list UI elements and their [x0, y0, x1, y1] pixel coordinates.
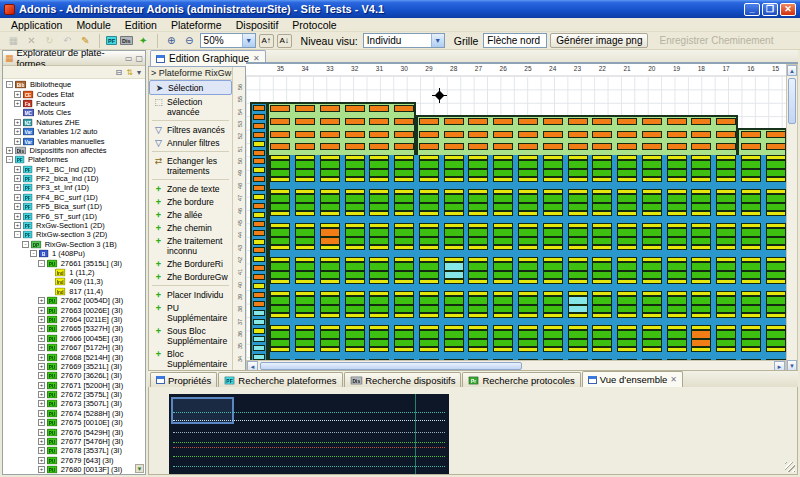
plot-cell[interactable] — [617, 177, 637, 182]
plot-cell[interactable] — [270, 228, 290, 237]
plot-cell[interactable] — [419, 237, 439, 246]
palette-item-annuler-filtres[interactable]: ▽Annuler filtres — [149, 136, 232, 149]
plot-cell[interactable] — [716, 279, 736, 284]
plot-cell[interactable] — [716, 177, 736, 182]
tree-item[interactable]: Ind409 (11,3) — [4, 277, 145, 286]
menu-item-protocole[interactable]: Protocole — [285, 18, 343, 32]
tree-item[interactable]: +PU27670 [3626L] (3I) — [4, 371, 145, 380]
plot-cell[interactable] — [568, 305, 588, 314]
plot-cell[interactable] — [691, 271, 711, 280]
plot-cell[interactable] — [716, 169, 736, 178]
plot-cell[interactable] — [691, 305, 711, 314]
plot-cell[interactable] — [369, 313, 389, 318]
plot-cell[interactable] — [642, 262, 662, 271]
plot-cell[interactable] — [741, 203, 761, 212]
plot-cell[interactable] — [320, 296, 340, 305]
menu-item-module[interactable]: Module — [69, 18, 117, 32]
plot-cell[interactable] — [444, 169, 464, 178]
plot-cell[interactable] — [592, 330, 612, 339]
plot-cell[interactable] — [394, 296, 414, 305]
plot-cell[interactable] — [642, 203, 662, 212]
panel-maximize-icon[interactable]: ▢ — [135, 54, 143, 63]
menu-item-application[interactable]: Application — [4, 18, 69, 32]
plot-cell[interactable] — [667, 271, 687, 280]
plot-cell[interactable] — [518, 245, 538, 250]
bordure-plot-cell[interactable] — [493, 143, 513, 150]
overview-thumbnail[interactable] — [169, 394, 449, 474]
bordure-plot-cell[interactable] — [568, 143, 588, 150]
plot-cell[interactable] — [568, 160, 588, 169]
bordure-plot-cell[interactable] — [295, 105, 315, 112]
plot-cell[interactable] — [667, 313, 687, 318]
plot-cell[interactable] — [345, 296, 365, 305]
plot-cell[interactable] — [270, 271, 290, 280]
plot-cell[interactable] — [642, 228, 662, 237]
plot-cell[interactable] — [766, 203, 786, 212]
plot-cell[interactable] — [270, 203, 290, 212]
bordure-plot-cell[interactable] — [295, 118, 315, 125]
plot-cell[interactable] — [295, 245, 315, 250]
expand-icon[interactable]: + — [38, 316, 45, 323]
tree-item[interactable]: -PFPlateformes — [4, 155, 145, 164]
bordure-plot-cell[interactable] — [369, 143, 389, 150]
bordure-plot-cell[interactable] — [320, 118, 340, 125]
plot-cell[interactable] — [766, 169, 786, 178]
plot-cell[interactable] — [592, 245, 612, 250]
plot-cell[interactable] — [642, 160, 662, 169]
expand-icon[interactable]: + — [38, 391, 45, 398]
bordure-plot-cell[interactable] — [617, 118, 637, 125]
vscroll-thumb[interactable] — [788, 78, 796, 124]
plot-cell[interactable] — [642, 245, 662, 250]
plot-cell[interactable] — [592, 271, 612, 280]
tree-scroll-down-icon[interactable]: ▼ — [135, 464, 144, 473]
plot-cell[interactable] — [518, 194, 538, 203]
plot-cell[interactable] — [369, 271, 389, 280]
delete-icon[interactable]: ✕ — [24, 34, 39, 48]
tree-item[interactable]: +PU27674 [5288H] (3I) — [4, 409, 145, 418]
palette-item-pu-suppl-mentaire[interactable]: +PU Supplémentaire — [149, 301, 232, 324]
plot-cell[interactable] — [444, 262, 464, 271]
plot-cell[interactable] — [369, 169, 389, 178]
plot-cell[interactable] — [543, 279, 563, 284]
bordure-plot-cell[interactable] — [592, 143, 612, 150]
tree-item[interactable]: +VarVariables manuelles — [4, 136, 145, 145]
plot-cell[interactable] — [691, 169, 711, 178]
tree-item[interactable]: +NZNatures ZHE — [4, 118, 145, 127]
plot-cell[interactable] — [518, 313, 538, 318]
expand-icon[interactable]: + — [14, 184, 21, 191]
plot-cell[interactable] — [493, 305, 513, 314]
tree-item[interactable]: +PU27677 [5476H] (3I) — [4, 437, 145, 446]
view-menu-icon[interactable]: ▾ — [137, 68, 141, 77]
plot-cell[interactable] — [295, 194, 315, 203]
plot-cell[interactable] — [518, 203, 538, 212]
plot-cell[interactable] — [691, 237, 711, 246]
plot-cell[interactable] — [766, 237, 786, 246]
plot-cell[interactable] — [617, 262, 637, 271]
plot-cell[interactable] — [444, 313, 464, 318]
plot-cell[interactable] — [394, 228, 414, 237]
plot-cell[interactable] — [493, 313, 513, 318]
bordure-plot-cell[interactable] — [345, 143, 365, 150]
plot-cell[interactable] — [766, 347, 786, 352]
expand-icon[interactable]: + — [14, 128, 21, 135]
plot-cell[interactable] — [741, 279, 761, 284]
plot-cell[interactable] — [270, 160, 290, 169]
bordure-plot-cell[interactable] — [543, 143, 563, 150]
plot-cell[interactable] — [419, 313, 439, 318]
plot-cell[interactable] — [716, 245, 736, 250]
plot-cell[interactable] — [667, 169, 687, 178]
plot-cell[interactable] — [642, 305, 662, 314]
plot-cell[interactable] — [568, 203, 588, 212]
plot-cell[interactable] — [493, 160, 513, 169]
bordure-cell[interactable] — [253, 114, 265, 120]
plot-cell[interactable] — [691, 211, 711, 216]
plot-cell[interactable] — [766, 339, 786, 348]
plot-cell[interactable] — [369, 177, 389, 182]
tree-item[interactable]: +PU27673 [3507L] (3I) — [4, 399, 145, 408]
plot-cell[interactable] — [766, 305, 786, 314]
menu-item-dispositif[interactable]: Dispositif — [229, 18, 286, 32]
expand-icon[interactable]: + — [38, 363, 45, 370]
plot-cell[interactable] — [419, 194, 439, 203]
plot-cell[interactable] — [592, 194, 612, 203]
save-icon[interactable]: ▦ — [6, 34, 21, 48]
